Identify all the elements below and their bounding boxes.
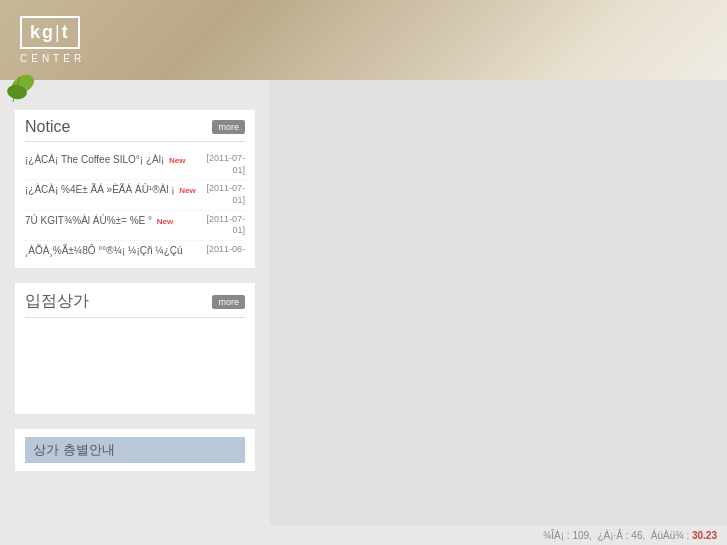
notice-new-badge: New xyxy=(179,186,195,195)
today-label: ¿À¡·Â : xyxy=(597,530,631,541)
notice-link[interactable]: ¸ÀÕÀ¸%Ã±¼8Ô °°®¼¡ ¼¡Çñ ¼¿Çú xyxy=(25,245,183,256)
center-label: CENTER xyxy=(20,53,85,64)
notice-date: [2011-07-01] xyxy=(206,153,245,176)
notice-new-badge: New xyxy=(169,156,185,165)
list-item: ¡¿ÀCÀ¡ The Coffee SILO°¡ ¿Àl¡ New [2011-… xyxy=(25,150,245,180)
notice-link[interactable]: 7Ú KGIT¾%Àl ÁÙ%±= %E ° xyxy=(25,215,152,226)
list-item: ¡¿ÀCÀ¡ %4E± ÃÁ »ÈÃÁ ÁÙ¹®Àl ¡ New [2011-0… xyxy=(25,180,245,210)
visits-count: 109 xyxy=(572,530,589,541)
notice-date: [2011-06- xyxy=(206,244,245,256)
today-count: 46 xyxy=(631,530,642,541)
left-column: Notice more ¡¿ÀCÀ¡ The Coffee SILO°¡ ¿Àl… xyxy=(0,80,270,545)
notice-link[interactable]: ¡¿ÀCÀ¡ %4E± ÃÁ »ÈÃÁ ÁÙ¹®Àl ¡ xyxy=(25,184,175,195)
store-title: 입점상가 xyxy=(25,291,89,312)
online-count: 30.23 xyxy=(692,530,717,541)
notice-new-badge: New xyxy=(157,217,173,226)
store-header: 입점상가 more xyxy=(25,291,245,318)
notice-section: Notice more ¡¿ÀCÀ¡ The Coffee SILO°¡ ¿Àl… xyxy=(15,110,255,268)
leaf-decoration xyxy=(5,72,35,107)
notice-date: [2011-07-01] xyxy=(206,183,245,206)
header: kg|t CENTER xyxy=(0,0,727,80)
list-item: ¸ÀÕÀ¸%Ã±¼8Ô °°®¼¡ ¼¡Çñ ¼¿Çú [2011-06- xyxy=(25,241,245,260)
status-text: ¾ÎÀ¡ : 109, ¿À¡·Â : 46, ÁùÀü¾ : 30.23 xyxy=(543,530,717,541)
notice-list: ¡¿ÀCÀ¡ The Coffee SILO°¡ ¿Àl¡ New [2011-… xyxy=(25,150,245,260)
notice-link[interactable]: ¡¿ÀCÀ¡ The Coffee SILO°¡ ¿Àl¡ xyxy=(25,154,164,165)
store-section: 입점상가 more xyxy=(15,283,255,414)
online-label: ÁùÀü¾ : xyxy=(651,530,692,541)
main-content: Notice more ¡¿ÀCÀ¡ The Coffee SILO°¡ ¿Àl… xyxy=(0,80,727,545)
right-column xyxy=(270,80,727,545)
logo-text: kg|t xyxy=(30,22,70,43)
logo-box: kg|t xyxy=(20,16,80,49)
visits-label: ¾ÎÀ¡ : xyxy=(543,530,572,541)
notice-title: Notice xyxy=(25,118,70,136)
notice-more-button[interactable]: more xyxy=(212,120,245,134)
store-more-button[interactable]: more xyxy=(212,295,245,309)
footer: ¾ÎÀ¡ : 109, ¿À¡·Â : 46, ÁùÀü¾ : 30.23 xyxy=(0,526,727,545)
store-content xyxy=(25,326,245,406)
notice-header: Notice more xyxy=(25,118,245,142)
floor-section: 상가 층별안내 xyxy=(15,429,255,471)
logo-container: kg|t CENTER xyxy=(20,16,85,64)
notice-date: [2011-07-01] xyxy=(206,214,245,237)
floor-title: 상가 층별안내 xyxy=(25,437,245,463)
list-item: 7Ú KGIT¾%Àl ÁÙ%±= %E ° New [2011-07-01] xyxy=(25,211,245,241)
